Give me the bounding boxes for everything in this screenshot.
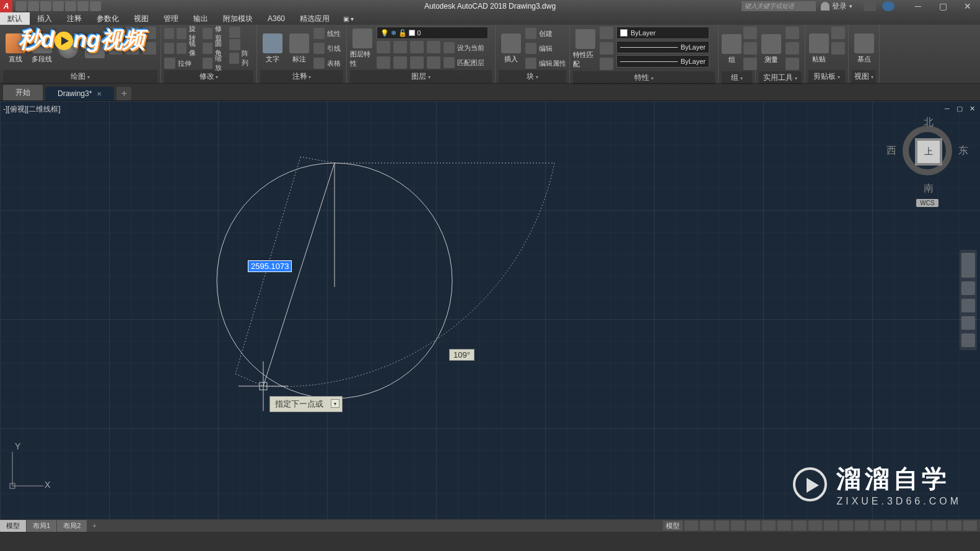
maximize-button[interactable]: ▢ [930, 0, 955, 12]
tab-manage[interactable]: 管理 [156, 12, 186, 25]
layer-dropdown[interactable]: 💡 ❄ 🔓 0 [377, 27, 488, 39]
selectall-icon[interactable] [785, 42, 799, 55]
panel-annotation-label[interactable]: 注释 [260, 70, 343, 83]
explode-icon[interactable] [229, 39, 240, 50]
group-button[interactable]: 组 [722, 27, 742, 71]
tab-drawing3[interactable]: Drawing3*✕ [45, 87, 114, 100]
panel-properties-label[interactable]: 特性 [573, 71, 715, 84]
group-edit-icon[interactable] [743, 42, 757, 55]
layer-unlock-icon[interactable] [410, 56, 424, 69]
qat-undo-icon[interactable] [77, 1, 89, 11]
tab-annotate[interactable]: 注释 [59, 12, 89, 25]
qat-open-icon[interactable] [28, 1, 39, 11]
tab-insert[interactable]: 插入 [30, 12, 59, 25]
status-workspace-icon[interactable] [839, 521, 853, 531]
panel-utils-label[interactable]: 实用工具 [759, 71, 802, 84]
table-button[interactable]: 表格 [313, 56, 341, 70]
tab-featured[interactable]: 精选应用 [292, 12, 337, 25]
drawing-area[interactable]: -][俯视][二维线框] ─ ▢ ✕ 2595.1073 109° 指定下一点或… [0, 101, 980, 519]
status-grid-icon[interactable] [685, 521, 698, 531]
layer-freeze-icon[interactable] [393, 41, 407, 53]
prop-list-icon[interactable] [600, 42, 613, 55]
status-annomon-icon[interactable] [855, 521, 868, 531]
app-icon[interactable]: A [0, 0, 12, 12]
tab-start[interactable]: 开始 [3, 85, 43, 100]
text-button[interactable]: 文字 [260, 27, 285, 70]
copy2-icon[interactable] [831, 42, 845, 55]
base-button[interactable]: 基点 [852, 27, 876, 70]
panel-draw-label[interactable]: 绘图 [3, 70, 157, 83]
circle-button[interactable] [56, 27, 81, 70]
select-icon[interactable] [785, 27, 799, 39]
nav-pan-icon[interactable] [961, 281, 975, 295]
region-icon[interactable] [142, 42, 156, 55]
close-icon[interactable]: ✕ [97, 90, 102, 97]
layer-on-icon[interactable] [377, 56, 390, 69]
calc-icon[interactable] [785, 58, 799, 70]
nav-zoom-icon[interactable] [961, 299, 975, 312]
status-lwt-icon[interactable] [777, 521, 791, 531]
compass-north[interactable]: 北 [924, 116, 934, 129]
color-dropdown[interactable]: ByLayer [616, 27, 709, 39]
array-button[interactable]: 阵列 [229, 51, 253, 65]
tab-parametric[interactable]: 参数化 [89, 12, 126, 25]
lineweight-dropdown[interactable]: ByLayer [616, 41, 709, 53]
measure-button[interactable]: 测量 [759, 27, 784, 71]
dimension-button[interactable]: 标注 [287, 27, 312, 70]
status-custom-icon[interactable] [963, 521, 977, 531]
layout-model[interactable]: 模型 [0, 520, 26, 532]
status-model-label[interactable]: 模型 [663, 521, 683, 531]
compass-south[interactable]: 南 [924, 182, 934, 195]
layer-props-button[interactable]: 图层特性 [350, 27, 375, 70]
tab-view[interactable]: 视图 [126, 12, 156, 25]
prop-color-icon[interactable] [600, 27, 613, 39]
arc-button[interactable] [82, 27, 107, 70]
spline-icon[interactable] [109, 42, 123, 55]
exchange-icon[interactable] [864, 1, 876, 11]
status-lock-icon[interactable] [901, 521, 915, 531]
compass-west[interactable]: 西 [886, 144, 896, 157]
qat-saveas-icon[interactable] [53, 1, 64, 11]
set-current-button[interactable]: 设为当前 [444, 41, 484, 55]
status-qp-icon[interactable] [886, 521, 899, 531]
edit-block-button[interactable]: 编辑 [525, 42, 566, 55]
layout-1[interactable]: 布局1 [27, 520, 56, 532]
status-annoscale-icon[interactable] [824, 521, 838, 531]
close-button[interactable]: ✕ [955, 0, 980, 12]
insert-button[interactable]: 插入 [499, 27, 523, 70]
layer-off-icon[interactable] [377, 41, 390, 53]
linetype-dropdown[interactable]: ByLayer [616, 55, 709, 68]
panel-block-label[interactable]: 块 [499, 70, 566, 83]
status-clean-icon[interactable] [948, 521, 961, 531]
status-otrack-icon[interactable] [762, 521, 776, 531]
qat-plot-icon[interactable] [65, 1, 76, 11]
ribbon-toggle-icon[interactable]: ▣ ▾ [343, 15, 354, 22]
layer-iso-icon[interactable] [427, 41, 440, 53]
status-transparency-icon[interactable] [793, 521, 807, 531]
tab-default[interactable]: 默认 [0, 12, 30, 25]
minimize-button[interactable]: ─ [906, 0, 930, 12]
status-polar-icon[interactable] [731, 521, 745, 531]
layout-add-button[interactable]: + [87, 521, 101, 531]
paste-button[interactable]: 粘贴 [808, 27, 829, 70]
qat-redo-icon[interactable] [90, 1, 101, 11]
status-hardware-icon[interactable] [917, 521, 930, 531]
panel-layers-label[interactable]: 图层 [350, 70, 492, 83]
ungroup-icon[interactable] [743, 27, 757, 39]
trim-button[interactable]: 修剪 [203, 27, 227, 40]
layer-uniso-icon[interactable] [427, 56, 440, 69]
login-button[interactable]: 登录 ▾ [821, 1, 852, 12]
tooltip-dropdown-icon[interactable]: ▾ [331, 399, 339, 408]
tab-output[interactable]: 输出 [186, 12, 216, 25]
compass-east[interactable]: 东 [958, 144, 968, 157]
new-tab-button[interactable]: + [116, 87, 131, 100]
viewcube-face-top[interactable]: 上 [917, 141, 940, 163]
edit-attr-button[interactable]: 编辑属性 [525, 56, 566, 70]
panel-view-label[interactable]: 视图 [852, 70, 876, 83]
status-ortho-icon[interactable] [715, 521, 729, 531]
cut-icon[interactable] [831, 27, 845, 39]
tab-addins[interactable]: 附加模块 [216, 12, 260, 25]
match-props-button[interactable]: 特性匹配 [573, 27, 598, 71]
match-layer-button[interactable]: 匹配图层 [444, 56, 484, 69]
layout-2[interactable]: 布局2 [57, 520, 87, 532]
